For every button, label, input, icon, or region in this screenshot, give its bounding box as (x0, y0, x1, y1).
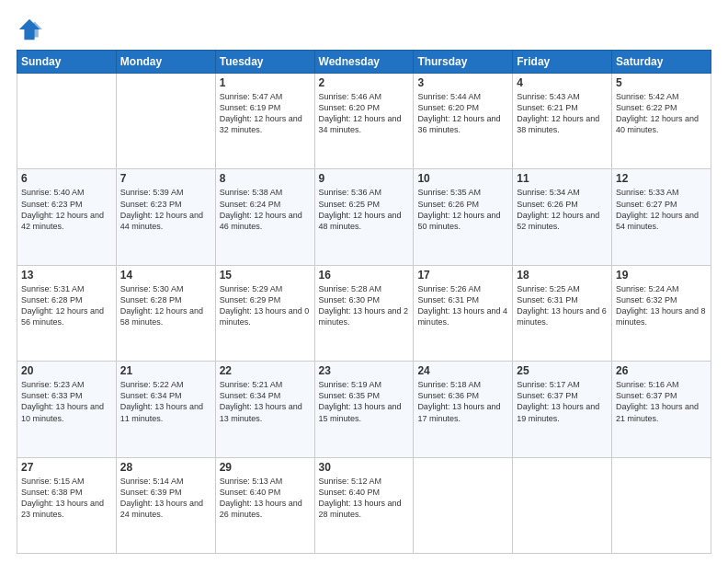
calendar-cell (612, 457, 711, 553)
day-info: Sunrise: 5:43 AM Sunset: 6:21 PM Dayligh… (517, 91, 608, 136)
day-info: Sunrise: 5:23 AM Sunset: 6:33 PM Dayligh… (21, 379, 112, 424)
day-number: 27 (21, 461, 112, 474)
day-info: Sunrise: 5:44 AM Sunset: 6:20 PM Dayligh… (417, 91, 508, 136)
calendar-cell: 26Sunrise: 5:16 AM Sunset: 6:37 PM Dayli… (612, 362, 711, 457)
day-info: Sunrise: 5:17 AM Sunset: 6:37 PM Dayligh… (517, 379, 608, 424)
header (17, 17, 711, 42)
day-number: 18 (517, 269, 608, 282)
calendar-cell: 27Sunrise: 5:15 AM Sunset: 6:38 PM Dayli… (17, 457, 117, 553)
logo-icon (17, 17, 42, 42)
day-info: Sunrise: 5:31 AM Sunset: 6:28 PM Dayligh… (21, 283, 112, 328)
day-number: 29 (220, 461, 311, 474)
day-number: 5 (616, 76, 707, 89)
day-info: Sunrise: 5:42 AM Sunset: 6:22 PM Dayligh… (616, 91, 707, 136)
calendar-cell: 29Sunrise: 5:13 AM Sunset: 6:40 PM Dayli… (215, 457, 314, 553)
day-info: Sunrise: 5:14 AM Sunset: 6:39 PM Dayligh… (120, 476, 211, 521)
weekday-header-friday: Friday (513, 51, 612, 74)
day-info: Sunrise: 5:29 AM Sunset: 6:29 PM Dayligh… (220, 283, 311, 328)
day-info: Sunrise: 5:38 AM Sunset: 6:24 PM Dayligh… (220, 187, 311, 232)
day-info: Sunrise: 5:12 AM Sunset: 6:40 PM Dayligh… (319, 476, 410, 521)
calendar-cell: 25Sunrise: 5:17 AM Sunset: 6:37 PM Dayli… (513, 362, 612, 457)
calendar-cell: 5Sunrise: 5:42 AM Sunset: 6:22 PM Daylig… (612, 74, 711, 169)
day-number: 7 (120, 172, 211, 185)
day-number: 23 (319, 364, 410, 377)
calendar-cell: 13Sunrise: 5:31 AM Sunset: 6:28 PM Dayli… (17, 265, 117, 361)
weekday-header-row: SundayMondayTuesdayWednesdayThursdayFrid… (17, 51, 711, 74)
calendar-week-2: 6Sunrise: 5:40 AM Sunset: 6:23 PM Daylig… (17, 169, 711, 265)
calendar-cell: 14Sunrise: 5:30 AM Sunset: 6:28 PM Dayli… (116, 265, 215, 361)
weekday-header-monday: Monday (116, 51, 215, 74)
calendar-cell: 23Sunrise: 5:19 AM Sunset: 6:35 PM Dayli… (314, 362, 414, 457)
day-info: Sunrise: 5:18 AM Sunset: 6:36 PM Dayligh… (417, 379, 508, 424)
calendar-cell: 28Sunrise: 5:14 AM Sunset: 6:39 PM Dayli… (116, 457, 215, 553)
day-number: 9 (319, 172, 410, 185)
calendar-cell: 2Sunrise: 5:46 AM Sunset: 6:20 PM Daylig… (314, 74, 414, 169)
day-info: Sunrise: 5:30 AM Sunset: 6:28 PM Dayligh… (120, 283, 211, 328)
calendar-cell (414, 457, 513, 553)
day-info: Sunrise: 5:33 AM Sunset: 6:27 PM Dayligh… (616, 187, 707, 232)
day-info: Sunrise: 5:25 AM Sunset: 6:31 PM Dayligh… (517, 283, 608, 328)
day-number: 3 (417, 76, 508, 89)
day-number: 17 (417, 269, 508, 282)
calendar-cell: 10Sunrise: 5:35 AM Sunset: 6:26 PM Dayli… (414, 169, 513, 265)
day-number: 24 (417, 364, 508, 377)
day-number: 8 (220, 172, 311, 185)
day-number: 30 (319, 461, 410, 474)
day-info: Sunrise: 5:35 AM Sunset: 6:26 PM Dayligh… (417, 187, 508, 232)
day-info: Sunrise: 5:28 AM Sunset: 6:30 PM Dayligh… (319, 283, 410, 328)
calendar-week-4: 20Sunrise: 5:23 AM Sunset: 6:33 PM Dayli… (17, 362, 711, 457)
calendar-cell (17, 74, 117, 169)
day-number: 16 (319, 269, 410, 282)
day-info: Sunrise: 5:16 AM Sunset: 6:37 PM Dayligh… (616, 379, 707, 424)
page: SundayMondayTuesdayWednesdayThursdayFrid… (0, 0, 728, 563)
day-number: 14 (120, 269, 211, 282)
day-number: 1 (220, 76, 311, 89)
day-info: Sunrise: 5:22 AM Sunset: 6:34 PM Dayligh… (120, 379, 211, 424)
day-info: Sunrise: 5:36 AM Sunset: 6:25 PM Dayligh… (319, 187, 410, 232)
logo (17, 17, 46, 42)
weekday-header-thursday: Thursday (414, 51, 513, 74)
weekday-header-sunday: Sunday (17, 51, 117, 74)
calendar-cell: 19Sunrise: 5:24 AM Sunset: 6:32 PM Dayli… (612, 265, 711, 361)
day-info: Sunrise: 5:13 AM Sunset: 6:40 PM Dayligh… (220, 476, 311, 521)
day-info: Sunrise: 5:15 AM Sunset: 6:38 PM Dayligh… (21, 476, 112, 521)
calendar-cell: 17Sunrise: 5:26 AM Sunset: 6:31 PM Dayli… (414, 265, 513, 361)
day-number: 20 (21, 364, 112, 377)
calendar-cell: 3Sunrise: 5:44 AM Sunset: 6:20 PM Daylig… (414, 74, 513, 169)
calendar-cell: 21Sunrise: 5:22 AM Sunset: 6:34 PM Dayli… (116, 362, 215, 457)
day-number: 15 (220, 269, 311, 282)
day-number: 22 (220, 364, 311, 377)
weekday-header-saturday: Saturday (612, 51, 711, 74)
calendar-cell: 16Sunrise: 5:28 AM Sunset: 6:30 PM Dayli… (314, 265, 414, 361)
day-info: Sunrise: 5:19 AM Sunset: 6:35 PM Dayligh… (319, 379, 410, 424)
calendar-cell: 8Sunrise: 5:38 AM Sunset: 6:24 PM Daylig… (215, 169, 314, 265)
day-info: Sunrise: 5:26 AM Sunset: 6:31 PM Dayligh… (417, 283, 508, 328)
day-info: Sunrise: 5:21 AM Sunset: 6:34 PM Dayligh… (220, 379, 311, 424)
day-number: 12 (616, 172, 707, 185)
calendar-cell (116, 74, 215, 169)
day-info: Sunrise: 5:34 AM Sunset: 6:26 PM Dayligh… (517, 187, 608, 232)
calendar-cell: 11Sunrise: 5:34 AM Sunset: 6:26 PM Dayli… (513, 169, 612, 265)
calendar-week-5: 27Sunrise: 5:15 AM Sunset: 6:38 PM Dayli… (17, 457, 711, 553)
calendar-cell: 9Sunrise: 5:36 AM Sunset: 6:25 PM Daylig… (314, 169, 414, 265)
day-number: 6 (21, 172, 112, 185)
calendar-week-1: 1Sunrise: 5:47 AM Sunset: 6:19 PM Daylig… (17, 74, 711, 169)
day-number: 13 (21, 269, 112, 282)
calendar-table: SundayMondayTuesdayWednesdayThursdayFrid… (17, 50, 711, 554)
calendar-week-3: 13Sunrise: 5:31 AM Sunset: 6:28 PM Dayli… (17, 265, 711, 361)
day-number: 19 (616, 269, 707, 282)
day-number: 28 (120, 461, 211, 474)
day-number: 2 (319, 76, 410, 89)
day-number: 21 (120, 364, 211, 377)
day-info: Sunrise: 5:47 AM Sunset: 6:19 PM Dayligh… (220, 91, 311, 136)
calendar-cell: 12Sunrise: 5:33 AM Sunset: 6:27 PM Dayli… (612, 169, 711, 265)
day-number: 11 (517, 172, 608, 185)
day-number: 25 (517, 364, 608, 377)
calendar-cell: 20Sunrise: 5:23 AM Sunset: 6:33 PM Dayli… (17, 362, 117, 457)
calendar-cell: 7Sunrise: 5:39 AM Sunset: 6:23 PM Daylig… (116, 169, 215, 265)
calendar-cell: 22Sunrise: 5:21 AM Sunset: 6:34 PM Dayli… (215, 362, 314, 457)
weekday-header-tuesday: Tuesday (215, 51, 314, 74)
day-info: Sunrise: 5:46 AM Sunset: 6:20 PM Dayligh… (319, 91, 410, 136)
day-number: 26 (616, 364, 707, 377)
day-info: Sunrise: 5:40 AM Sunset: 6:23 PM Dayligh… (21, 187, 112, 232)
